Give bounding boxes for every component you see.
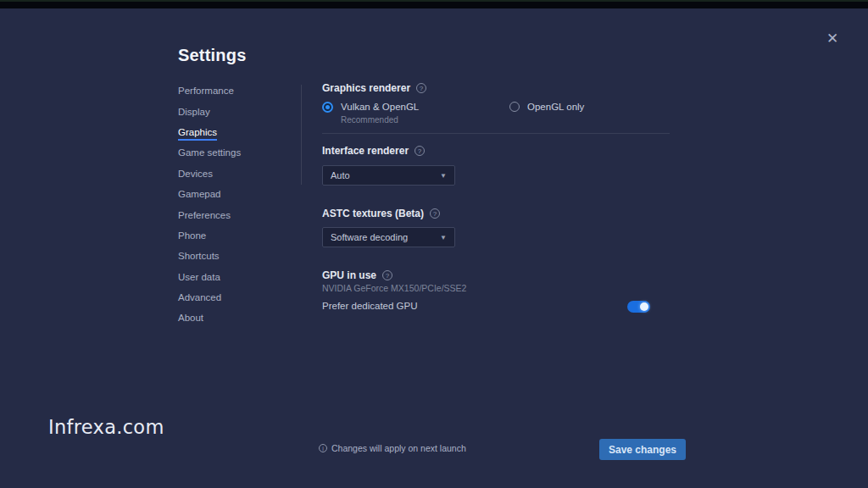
help-icon[interactable]: ? bbox=[416, 83, 426, 93]
sidebar-item-graphics[interactable]: Graphics bbox=[178, 124, 288, 144]
close-icon[interactable]: ✕ bbox=[822, 28, 843, 48]
sidebar-item-advanced[interactable]: Advanced bbox=[178, 289, 288, 309]
changes-note: i Changes will apply on next launch bbox=[319, 443, 466, 453]
sidebar-item-about[interactable]: About bbox=[178, 309, 288, 330]
settings-sidebar: Performance Display Graphics Game settin… bbox=[178, 82, 288, 330]
graphics-renderer-label: Graphics renderer ? bbox=[322, 82, 426, 94]
top-black-bar bbox=[0, 0, 868, 8]
sidebar-item-preferences[interactable]: Preferences bbox=[178, 206, 288, 226]
toggle-knob-icon bbox=[640, 302, 648, 311]
page-title: Settings bbox=[178, 46, 247, 65]
radio-label: OpenGL only bbox=[527, 102, 584, 113]
radio-unselected-icon bbox=[509, 102, 520, 112]
interface-renderer-dropdown[interactable]: Auto ▼ bbox=[322, 165, 455, 186]
prefer-dedicated-gpu-toggle[interactable] bbox=[627, 301, 650, 313]
sidebar-item-devices[interactable]: Devices bbox=[178, 165, 288, 186]
dropdown-value: Software decoding bbox=[331, 232, 440, 242]
help-icon[interactable]: ? bbox=[382, 270, 392, 280]
sidebar-item-gamepad[interactable]: Gamepad bbox=[178, 186, 288, 206]
interface-renderer-label: Interface renderer ? bbox=[322, 145, 425, 157]
help-icon[interactable]: ? bbox=[415, 146, 425, 156]
radio-selected-icon bbox=[322, 102, 333, 113]
prefer-dedicated-gpu-row: Prefer dedicated GPU bbox=[322, 300, 670, 313]
graphics-renderer-options: Vulkan & OpenGL Recommended OpenGL only bbox=[322, 102, 670, 129]
astc-textures-label: ASTC textures (Beta) ? bbox=[322, 208, 440, 219]
radio-label: Vulkan & OpenGL bbox=[341, 102, 419, 113]
toggle-label: Prefer dedicated GPU bbox=[322, 301, 418, 311]
astc-textures-dropdown[interactable]: Software decoding ▼ bbox=[322, 227, 455, 247]
sidebar-item-performance[interactable]: Performance bbox=[178, 82, 288, 103]
section-divider bbox=[322, 133, 670, 134]
gpu-name-value: NVIDIA GeForce MX150/PCIe/SSE2 bbox=[322, 283, 466, 293]
sidebar-item-display[interactable]: Display bbox=[178, 103, 288, 123]
sidebar-divider bbox=[301, 85, 302, 185]
help-icon[interactable]: ? bbox=[430, 208, 440, 219]
chevron-down-icon: ▼ bbox=[440, 234, 447, 241]
chevron-down-icon: ▼ bbox=[440, 172, 447, 180]
sidebar-item-phone[interactable]: Phone bbox=[178, 227, 288, 247]
save-changes-button[interactable]: Save changes bbox=[599, 439, 686, 460]
radio-sublabel: Recommended bbox=[341, 115, 419, 125]
gpu-in-use-label: GPU in use ? bbox=[322, 269, 392, 281]
sidebar-item-game-settings[interactable]: Game settings bbox=[178, 144, 288, 164]
sidebar-item-shortcuts[interactable]: Shortcuts bbox=[178, 247, 288, 268]
radio-opengl-only[interactable]: OpenGL only bbox=[509, 102, 584, 113]
dropdown-value: Auto bbox=[331, 170, 440, 180]
watermark-text: Infrexa.com bbox=[48, 416, 164, 438]
info-icon: i bbox=[319, 444, 327, 452]
radio-vulkan-opengl[interactable]: Vulkan & OpenGL Recommended bbox=[322, 102, 419, 125]
sidebar-item-user-data[interactable]: User data bbox=[178, 269, 288, 289]
